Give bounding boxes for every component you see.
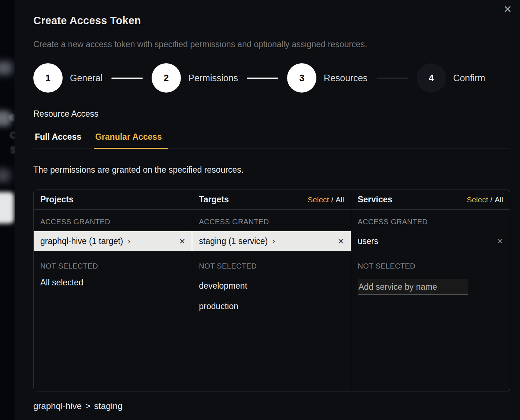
project-row-graphql-hive[interactable]: graphql-hive (1 target) › ✕: [34, 231, 192, 251]
stepper: 1 General 2 Permissions 3 Resources 4 Co…: [33, 63, 510, 93]
targets-not-selected-label: NOT SELECTED: [192, 251, 350, 275]
step-permissions[interactable]: 2 Permissions: [152, 63, 238, 93]
step-connector-inactive: [376, 78, 408, 79]
project-row-label: graphql-hive (1 target): [40, 236, 123, 246]
step-connector-active: [111, 78, 143, 79]
tab-full-access[interactable]: Full Access: [33, 131, 83, 149]
create-access-token-modal: ✕ Create Access Token Create a new acces…: [15, 0, 520, 420]
remove-service-icon[interactable]: ✕: [497, 237, 503, 245]
services-select-all: Select/All: [467, 195, 503, 204]
backdrop-text-fragment: C: [10, 130, 15, 140]
targets-all-link[interactable]: All: [335, 195, 344, 204]
services-column: Services Select/All ACCESS GRANTED users…: [351, 190, 510, 391]
backdrop-text-fragment: S: [10, 145, 15, 155]
step-connector-active: [247, 78, 278, 79]
resource-access-heading: Resource Access: [33, 109, 510, 119]
service-row-users: users ✕: [351, 231, 510, 251]
step-1-circle: 1: [33, 63, 63, 93]
step-2-label: Permissions: [188, 73, 238, 83]
backdrop-page: c C S: [0, 0, 15, 420]
tab-granular-access[interactable]: Granular Access: [94, 131, 168, 149]
step-3-label: Resources: [324, 73, 368, 83]
targets-select-link[interactable]: Select: [308, 195, 329, 204]
targets-column: Targets Select/All ACCESS GRANTED stagin…: [192, 190, 351, 391]
backdrop-card-blob: [0, 192, 14, 224]
target-option-production[interactable]: production: [192, 296, 350, 316]
resource-table: Projects ACCESS GRANTED graphql-hive (1 …: [33, 190, 510, 391]
targets-granted-label: ACCESS GRANTED: [192, 210, 350, 231]
services-select-link[interactable]: Select: [467, 195, 488, 204]
step-4-circle: 4: [417, 63, 446, 93]
backdrop-blob: [0, 169, 10, 182]
projects-not-selected-label: NOT SELECTED: [34, 251, 192, 275]
remove-target-icon[interactable]: ✕: [338, 237, 344, 245]
projects-title: Projects: [40, 195, 74, 205]
step-1-label: General: [70, 73, 103, 83]
services-select-all-separator: /: [490, 195, 493, 204]
backdrop-text-fragment: c: [10, 111, 14, 123]
modal-subtitle: Create a new access token with specified…: [33, 40, 510, 49]
services-header: Services Select/All: [351, 190, 510, 210]
service-row-label: users: [358, 236, 378, 246]
modal-title: Create Access Token: [33, 15, 510, 27]
remove-project-icon[interactable]: ✕: [179, 237, 186, 245]
step-resources[interactable]: 3 Resources: [287, 63, 368, 93]
targets-select-all: Select/All: [308, 195, 344, 204]
step-4-label: Confirm: [453, 73, 486, 83]
backdrop-blob: [0, 61, 12, 75]
step-3-circle: 3: [287, 63, 316, 93]
services-granted-label: ACCESS GRANTED: [351, 210, 510, 231]
target-option-development[interactable]: development: [192, 275, 350, 296]
projects-header: Projects: [34, 190, 192, 210]
targets-header: Targets Select/All: [192, 190, 350, 210]
breadcrumb-separator: >: [85, 401, 90, 411]
chevron-right-icon: ›: [127, 237, 130, 245]
services-all-link[interactable]: All: [495, 195, 503, 204]
targets-title: Targets: [199, 195, 229, 205]
step-2-circle: 2: [152, 63, 181, 93]
breadcrumb-project[interactable]: graphql-hive: [33, 401, 82, 411]
projects-column: Projects ACCESS GRANTED graphql-hive (1 …: [34, 190, 192, 391]
granular-access-description: The permissions are granted on the speci…: [33, 165, 510, 175]
services-not-selected-label: NOT SELECTED: [351, 251, 510, 275]
access-mode-tabs: Full Access Granular Access: [33, 131, 510, 149]
close-icon[interactable]: ✕: [504, 4, 512, 15]
chevron-right-icon: ›: [272, 237, 275, 245]
services-title: Services: [358, 195, 393, 205]
target-row-label: staging (1 service): [199, 236, 268, 246]
add-service-input[interactable]: [358, 279, 468, 295]
step-general[interactable]: 1 General: [33, 63, 103, 93]
step-confirm: 4 Confirm: [417, 63, 486, 93]
projects-granted-label: ACCESS GRANTED: [34, 210, 192, 231]
breadcrumb: graphql-hive>staging: [33, 401, 510, 411]
projects-empty-text: All selected: [34, 275, 192, 290]
breadcrumb-target[interactable]: staging: [94, 401, 122, 411]
targets-select-all-separator: /: [331, 195, 333, 204]
target-row-staging[interactable]: staging (1 service) › ✕: [192, 231, 350, 251]
